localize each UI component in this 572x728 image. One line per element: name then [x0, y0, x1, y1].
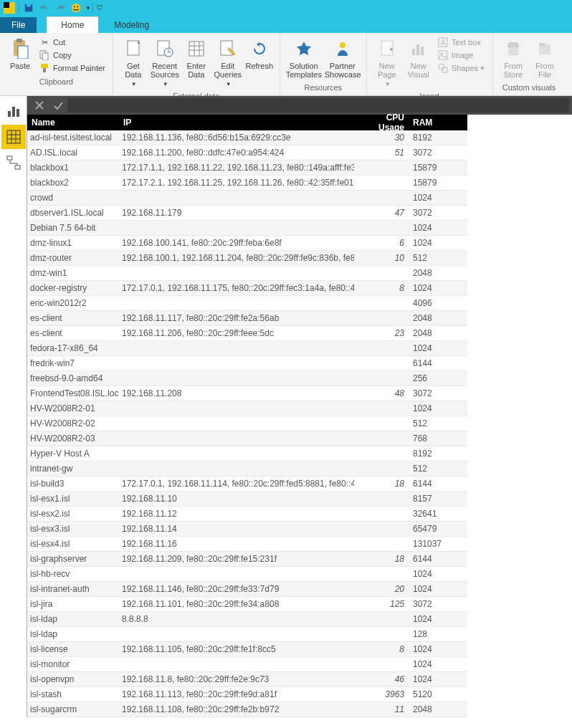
table-row[interactable]: isl-esx1.isl192.168.11.108157	[27, 492, 467, 507]
partner-showcase-button[interactable]: Partner Showcase	[323, 34, 362, 82]
table-row[interactable]: docker-registry172.17.0.1, 192.168.11.17…	[27, 281, 467, 296]
table-row[interactable]: isl-esx3.isl192.168.11.1465479	[27, 522, 467, 537]
svg-rect-27	[539, 44, 550, 54]
svg-point-24	[439, 64, 444, 70]
cell-ip	[119, 302, 354, 305]
paste-button[interactable]: Paste	[4, 34, 36, 73]
smiley-icon[interactable]	[69, 1, 83, 15]
svg-rect-29	[8, 111, 11, 117]
table-row[interactable]: blackbox2172.17.2.1, 192.168.11.25, 192.…	[27, 176, 467, 191]
table-row[interactable]: FrontendTest08.ISL.local192.168.11.20848…	[27, 386, 467, 401]
new-visual-icon	[404, 37, 433, 60]
relationships-view-button[interactable]	[1, 150, 26, 175]
refresh-button[interactable]: Refresh	[244, 34, 275, 73]
formula-input[interactable]	[67, 98, 569, 112]
cell-cpu: 30	[354, 131, 409, 144]
table-row[interactable]: dmz-linux1192.168.100.141, fe80::20c:29f…	[27, 236, 467, 251]
table-row[interactable]: HV-W2008R2-011024	[27, 401, 467, 416]
table-row[interactable]: isl-stash192.168.11.113, fe80::20c:29ff:…	[27, 687, 467, 702]
table-row[interactable]: isl-openvpn192.168.11.8, fe80::20c:29ff:…	[27, 672, 467, 687]
svg-rect-26	[508, 47, 518, 55]
table-row[interactable]: dmz-router192.168.100.1, 192.168.11.204,…	[27, 251, 467, 266]
svg-rect-30	[12, 107, 15, 117]
table-row[interactable]: HV-W2008R2-03768	[27, 431, 467, 446]
copy-button[interactable]: Copy	[36, 49, 108, 62]
svg-rect-10	[128, 41, 139, 55]
report-view-button[interactable]	[1, 99, 26, 123]
table-row[interactable]: es-client192.168.11.206, fe80::20c:29ff:…	[27, 326, 467, 341]
cell-cpu: 8	[354, 643, 409, 656]
data-view-button[interactable]	[1, 125, 26, 149]
enter-data-button[interactable]: Enter Data	[181, 34, 212, 82]
table-row[interactable]: isl-jira192.168.11.101, fe80::20c:29ff:f…	[27, 597, 467, 612]
table-row[interactable]: fredrik-win76144	[27, 356, 467, 371]
data-grid: Name IP CPU Usage RAM ad-isl-test.isltes…	[27, 115, 467, 717]
smiley-dropdown-icon[interactable]: ▼	[85, 5, 91, 11]
tab-home[interactable]: Home	[47, 16, 98, 33]
edit-queries-button[interactable]: Edit Queries▼	[212, 34, 244, 90]
table-row[interactable]: HV-W2008R2-02512	[27, 416, 467, 431]
table-row[interactable]: isl-hb-recv1024	[27, 567, 467, 582]
cut-button[interactable]: ✂Cut	[36, 36, 108, 49]
table-row[interactable]: es-client192.168.11.117, fe80::20c:29ff:…	[27, 311, 467, 326]
table-row[interactable]: isl-ldap128	[27, 627, 467, 642]
recent-sources-button[interactable]: Recent Sources▼	[149, 34, 181, 90]
undo-icon[interactable]	[37, 1, 52, 15]
from-store-button[interactable]: From Store	[497, 34, 529, 82]
table-row[interactable]: eric-win2012r24096	[27, 296, 467, 311]
header-ram[interactable]: RAM	[409, 115, 467, 130]
image-button[interactable]: Image	[434, 49, 488, 62]
header-name[interactable]: Name	[27, 115, 119, 130]
tab-modeling[interactable]: Modeling	[100, 17, 163, 33]
cell-ram: 1024	[409, 191, 467, 204]
text-box-button[interactable]: AText box	[434, 36, 488, 49]
table-row[interactable]: fedora-17-x86_641024	[27, 341, 467, 356]
qat-customize-icon[interactable]	[95, 1, 104, 15]
table-row[interactable]: ad-isl-test.isltest.local192.168.11.136,…	[27, 130, 467, 145]
table-row[interactable]: freebsd-9.0-amd64256	[27, 371, 467, 386]
cell-ram: 6144	[409, 357, 467, 370]
from-file-icon	[530, 37, 559, 60]
from-file-button[interactable]: From File	[529, 34, 561, 82]
table-row[interactable]: Debian 7.5 64-bit1024	[27, 221, 467, 236]
formula-cancel-icon[interactable]	[30, 97, 49, 113]
table-row[interactable]: isl-graphserver192.168.11.209, fe80::20c…	[27, 552, 467, 567]
cell-cpu	[354, 618, 409, 621]
table-row[interactable]: isl-monitor1024	[27, 657, 467, 672]
cell-ram: 1024	[409, 613, 467, 626]
table-row[interactable]: isl-sugarcrm192.168.11.108, fe80::20c:29…	[27, 702, 467, 717]
cell-cpu: 18	[354, 552, 409, 565]
table-row[interactable]: isl-esx4.isl192.168.11.16131037	[27, 537, 467, 552]
table-row[interactable]: isl-build3172.17.0.1, 192.168.11.114, fe…	[27, 476, 467, 492]
cell-ip: 192.168.11.136, fe80::6d56:b15a:6929:cc3…	[119, 131, 354, 144]
table-row[interactable]: dmz-win12048	[27, 266, 467, 281]
redo-icon[interactable]	[53, 1, 67, 15]
table-row[interactable]: isl-license192.168.11.105, fe80::20c:29f…	[27, 642, 467, 657]
cell-name: dmz-win1	[27, 267, 119, 279]
new-visual-button[interactable]: New Visual	[403, 34, 434, 82]
cell-cpu	[354, 663, 409, 666]
shapes-button[interactable]: Shapes▼	[434, 62, 488, 75]
formula-confirm-icon[interactable]	[49, 97, 67, 113]
format-painter-button[interactable]: Format Painter	[36, 62, 108, 75]
table-row[interactable]: intranet-gw512	[27, 461, 467, 476]
table-row[interactable]: isl-intranet-auth192.168.11.146, fe80::2…	[27, 582, 467, 597]
table-row[interactable]: blackbox1172.17.1.1, 192.168.11.22, 192.…	[27, 161, 467, 176]
svg-rect-31	[16, 109, 19, 117]
table-row[interactable]: dbserver1.ISL.local192.168.11.179473072	[27, 206, 467, 221]
cell-cpu: 51	[354, 146, 409, 159]
table-row[interactable]: AD.ISL.local192.168.11.200, fe80::ddfc:4…	[27, 145, 467, 161]
table-row[interactable]: isl-esx2.isl192.168.11.1232641	[27, 507, 467, 522]
table-row[interactable]: crowd1024	[27, 191, 467, 206]
header-ip[interactable]: IP	[119, 115, 354, 130]
table-row[interactable]: isl-ldap8.8.8.81024	[27, 612, 467, 627]
cell-ip	[119, 377, 354, 380]
get-data-button[interactable]: Get Data▼	[118, 34, 149, 90]
table-row[interactable]: Hyper-V Host A8192	[27, 446, 467, 461]
tab-file[interactable]: File	[0, 17, 37, 33]
new-page-button[interactable]: New Page▼	[371, 34, 403, 90]
solution-templates-button[interactable]: Solution Templates	[285, 34, 323, 82]
cell-cpu: 18	[354, 477, 409, 490]
save-icon[interactable]	[22, 1, 36, 15]
cell-cpu	[354, 347, 409, 350]
